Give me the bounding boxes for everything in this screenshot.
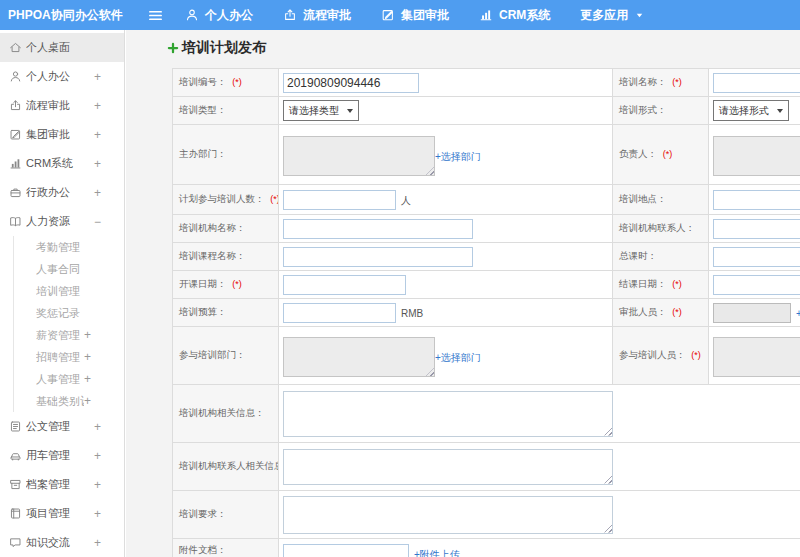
nav-personal-office[interactable]: 个人办公 [185, 7, 253, 24]
sidebar-item-personal-office[interactable]: 个人办公+ [0, 62, 124, 91]
page-title-row: 培训计划发布 [167, 39, 266, 57]
sidebar-item-personnel-management[interactable]: 人事管理+ [14, 368, 124, 390]
field-label: 培训要求： [173, 491, 279, 539]
org-info-textarea[interactable] [283, 391, 613, 437]
nav-label: CRM系统 [499, 7, 550, 24]
expand-icon[interactable]: + [94, 157, 101, 171]
sidebar-item-workflow-approval[interactable]: 流程审批+ [0, 91, 124, 120]
training-name-input[interactable] [713, 73, 800, 93]
field-label: 开课日期： (*) [173, 271, 279, 299]
end-date-input[interactable] [713, 275, 800, 295]
nav-workflow-approval[interactable]: 流程审批 [283, 7, 351, 24]
briefcase-icon [9, 186, 22, 199]
org-name-input[interactable] [283, 219, 473, 239]
resize-handle-icon[interactable] [604, 428, 612, 436]
training-type-select[interactable]: 请选择类型 [283, 100, 359, 121]
training-number-input[interactable] [283, 73, 419, 93]
field-label: 培训类型： [173, 97, 279, 125]
training-form-select[interactable]: 请选择形式 [713, 100, 789, 121]
field-label: 培训形式： [613, 97, 709, 125]
sidebar-item-admin-office[interactable]: 行政办公+ [0, 178, 124, 207]
resize-handle-icon[interactable] [604, 476, 612, 484]
requirements-textarea[interactable] [283, 496, 613, 534]
sidebar-item-label: 人力资源 [26, 214, 94, 229]
expand-icon[interactable]: + [94, 420, 101, 434]
sidebar-item-reward-punishment[interactable]: 奖惩记录 [14, 302, 124, 324]
nav-crm-system[interactable]: CRM系统 [479, 7, 550, 24]
required-mark: (*) [232, 279, 242, 289]
training-plan-form: 培训编号： (*)培训名称： (*)培训类型：请选择类型培训形式：请选择形式主办… [172, 68, 800, 557]
sidebar-item-label: 培训管理 [36, 284, 115, 299]
expand-icon[interactable]: + [94, 70, 101, 84]
sidebar-item-personnel-contract[interactable]: 人事合同 [14, 258, 124, 280]
user-icon [9, 70, 22, 83]
sidebar-item-document-management[interactable]: 公文管理+ [0, 412, 124, 441]
expand-icon[interactable]: + [94, 128, 101, 142]
attachment-link[interactable]: +附件上传 [414, 549, 460, 557]
planned-participants-input[interactable] [283, 190, 396, 210]
sidebar-item-label: 考勤管理 [36, 240, 115, 255]
expand-icon[interactable]: + [94, 449, 101, 463]
field-label: 培训机构联系人： [613, 215, 709, 243]
leader-textarea[interactable] [713, 136, 800, 176]
sidebar-item-label: 招聘管理 [36, 350, 84, 365]
resize-handle-icon[interactable] [604, 525, 612, 533]
expand-icon[interactable]: + [84, 328, 91, 342]
sidebar-item-human-resources[interactable]: 人力资源− [0, 207, 124, 236]
expand-icon[interactable]: + [84, 372, 91, 386]
host-department-select-link[interactable]: +选择部门 [435, 151, 481, 163]
expand-icon[interactable]: + [94, 99, 101, 113]
sidebar-item-group-approval[interactable]: 集团审批+ [0, 120, 124, 149]
attachment-input[interactable] [283, 544, 409, 557]
expand-icon[interactable]: + [84, 394, 91, 408]
sidebar-item-attendance-management[interactable]: 考勤管理 [14, 236, 124, 258]
participating-departments-textarea[interactable] [283, 337, 435, 377]
resize-handle-icon[interactable] [426, 368, 434, 376]
sidebar-item-label: 基础类别设置 [36, 394, 84, 409]
caret-down-icon [347, 109, 353, 116]
nav-label: 更多应用 [580, 7, 628, 24]
chart-icon [9, 157, 22, 170]
sidebar-item-vehicle-management[interactable]: 用车管理+ [0, 441, 124, 470]
expand-icon[interactable]: + [94, 478, 101, 492]
sidebar-item-archive-management[interactable]: 档案管理+ [0, 470, 124, 499]
nav-more-apps[interactable]: 更多应用 [580, 7, 645, 24]
required-mark: (*) [270, 194, 278, 204]
org-contact-input[interactable] [713, 219, 800, 239]
sidebar-item-crm-system[interactable]: CRM系统+ [0, 149, 124, 178]
expand-icon[interactable]: + [94, 507, 101, 521]
nav-group-approval[interactable]: 集团审批 [381, 7, 449, 24]
approver-input[interactable] [713, 303, 791, 323]
expand-icon[interactable]: + [94, 186, 101, 200]
sidebar-item-project-management[interactable]: 项目管理+ [0, 499, 124, 528]
menu-button[interactable] [148, 8, 163, 23]
approver-link[interactable]: +选择审批人员 [796, 308, 800, 319]
host-department-textarea[interactable] [283, 136, 435, 176]
required-mark: (*) [663, 149, 673, 159]
participating-departments-select-link[interactable]: +选择部门 [435, 352, 481, 364]
car-icon [9, 449, 22, 462]
project-icon [9, 507, 22, 520]
budget-input[interactable] [283, 303, 396, 323]
expand-icon[interactable]: + [94, 536, 101, 550]
sidebar-item-label: 用车管理 [26, 448, 94, 463]
upload-icon [283, 8, 297, 22]
resize-handle-icon[interactable] [426, 167, 434, 175]
course-name-input[interactable] [283, 247, 473, 267]
sidebar-item-salary-management[interactable]: 薪资管理+ [14, 324, 124, 346]
expand-icon[interactable]: + [84, 350, 91, 364]
training-location-input[interactable] [713, 190, 800, 210]
sidebar-item-basic-category-settings[interactable]: 基础类别设置+ [14, 390, 124, 412]
sidebar-item-label: 奖惩记录 [36, 306, 115, 321]
sidebar-item-knowledge-exchange[interactable]: 知识交流+ [0, 528, 124, 557]
required-mark: (*) [672, 279, 682, 289]
field-label: 培训机构名称： [173, 215, 279, 243]
sidebar-item-training-management[interactable]: 培训管理 [14, 280, 124, 302]
sidebar-item-personal-desktop[interactable]: 个人桌面 [0, 33, 124, 62]
start-date-input[interactable] [283, 275, 406, 295]
collapse-icon[interactable]: − [94, 215, 101, 229]
sidebar-item-recruitment-management[interactable]: 招聘管理+ [14, 346, 124, 368]
org-contact-info-textarea[interactable] [283, 449, 613, 485]
participants-textarea[interactable] [713, 337, 800, 377]
total-hours-input[interactable] [713, 247, 800, 267]
